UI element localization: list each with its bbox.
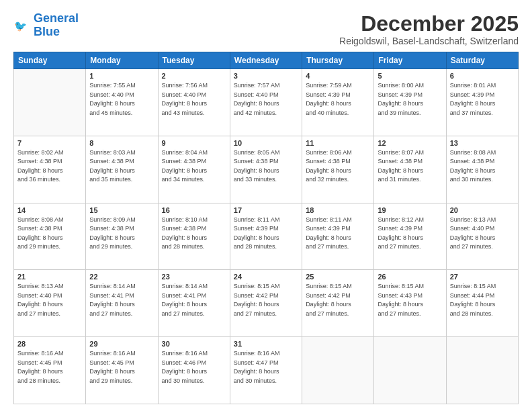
day-number: 19 [378,206,442,214]
svg-text:🐦: 🐦 [14,19,28,32]
day-number: 28 [17,340,82,348]
day-info: Sunrise: 8:00 AMSunset: 4:39 PMDaylight:… [378,81,442,118]
table-row: 3Sunrise: 7:57 AMSunset: 4:40 PMDaylight… [230,69,302,136]
day-info: Sunrise: 8:13 AMSunset: 4:40 PMDaylight:… [450,216,515,252]
day-number: 12 [378,139,442,147]
table-row: 11Sunrise: 8:06 AMSunset: 4:38 PMDayligh… [302,136,374,203]
table-row: 12Sunrise: 8:07 AMSunset: 4:38 PMDayligh… [374,136,446,203]
table-row: 26Sunrise: 8:15 AMSunset: 4:43 PMDayligh… [374,270,446,337]
table-row: 30Sunrise: 8:16 AMSunset: 4:46 PMDayligh… [158,337,230,404]
day-number: 16 [162,206,226,214]
table-row: 21Sunrise: 8:13 AMSunset: 4:40 PMDayligh… [14,270,86,337]
logo-icon: 🐦 [13,16,32,35]
table-row: 24Sunrise: 8:15 AMSunset: 4:42 PMDayligh… [230,270,302,337]
table-row [374,337,446,404]
table-row: 2Sunrise: 7:56 AMSunset: 4:40 PMDaylight… [158,69,230,136]
day-info: Sunrise: 8:16 AMSunset: 4:45 PMDaylight:… [89,349,154,385]
day-number: 1 [89,72,154,80]
day-number: 3 [234,72,298,80]
day-info: Sunrise: 8:09 AMSunset: 4:38 PMDaylight:… [89,216,154,252]
day-number: 4 [306,72,370,80]
day-number: 27 [450,273,515,281]
day-info: Sunrise: 8:15 AMSunset: 4:42 PMDaylight:… [306,282,370,318]
weekday-header-row: Sunday Monday Tuesday Wednesday Thursday… [14,52,519,69]
day-number: 29 [89,340,154,348]
day-number: 31 [234,340,298,348]
day-number: 5 [378,72,442,80]
day-info: Sunrise: 8:14 AMSunset: 4:41 PMDaylight:… [89,282,154,318]
day-number: 25 [306,273,370,281]
table-row: 15Sunrise: 8:09 AMSunset: 4:38 PMDayligh… [86,203,158,270]
day-info: Sunrise: 8:01 AMSunset: 4:39 PMDaylight:… [450,81,515,118]
day-number: 23 [162,273,226,281]
day-number: 18 [306,206,370,214]
header-thursday: Thursday [302,52,374,69]
day-info: Sunrise: 7:55 AMSunset: 4:40 PMDaylight:… [89,81,154,118]
header-monday: Monday [86,52,158,69]
day-info: Sunrise: 8:06 AMSunset: 4:38 PMDaylight:… [306,148,370,185]
day-info: Sunrise: 8:16 AMSunset: 4:45 PMDaylight:… [17,349,82,385]
table-row: 29Sunrise: 8:16 AMSunset: 4:45 PMDayligh… [86,337,158,404]
day-info: Sunrise: 8:12 AMSunset: 4:39 PMDaylight:… [378,216,442,252]
day-number: 21 [17,273,82,281]
header-saturday: Saturday [446,52,518,69]
day-info: Sunrise: 8:04 AMSunset: 4:38 PMDaylight:… [162,148,226,185]
day-number: 17 [234,206,298,214]
day-number: 14 [17,206,82,214]
table-row: 17Sunrise: 8:11 AMSunset: 4:39 PMDayligh… [230,203,302,270]
logo: 🐦 General Blue [13,12,79,39]
day-info: Sunrise: 7:56 AMSunset: 4:40 PMDaylight:… [162,81,226,118]
day-info: Sunrise: 8:11 AMSunset: 4:39 PMDaylight:… [306,216,370,252]
day-info: Sunrise: 8:15 AMSunset: 4:44 PMDaylight:… [450,282,515,318]
table-row: 18Sunrise: 8:11 AMSunset: 4:39 PMDayligh… [302,203,374,270]
day-info: Sunrise: 8:13 AMSunset: 4:40 PMDaylight:… [17,282,82,318]
header-friday: Friday [374,52,446,69]
day-info: Sunrise: 7:59 AMSunset: 4:39 PMDaylight:… [306,81,370,118]
day-info: Sunrise: 8:11 AMSunset: 4:39 PMDaylight:… [234,216,298,252]
table-row [446,337,518,404]
day-info: Sunrise: 8:16 AMSunset: 4:47 PMDaylight:… [234,349,298,385]
day-info: Sunrise: 8:07 AMSunset: 4:38 PMDaylight:… [378,148,442,185]
table-row: 4Sunrise: 7:59 AMSunset: 4:39 PMDaylight… [302,69,374,136]
day-number: 6 [450,72,515,80]
day-number: 26 [378,273,442,281]
day-info: Sunrise: 8:02 AMSunset: 4:38 PMDaylight:… [17,148,82,185]
table-row: 9Sunrise: 8:04 AMSunset: 4:38 PMDaylight… [158,136,230,203]
day-number: 15 [89,206,154,214]
table-row: 19Sunrise: 8:12 AMSunset: 4:39 PMDayligh… [374,203,446,270]
day-number: 2 [162,72,226,80]
table-row: 22Sunrise: 8:14 AMSunset: 4:41 PMDayligh… [86,270,158,337]
header-wednesday: Wednesday [230,52,302,69]
table-row: 20Sunrise: 8:13 AMSunset: 4:40 PMDayligh… [446,203,518,270]
table-row [14,69,86,136]
day-info: Sunrise: 8:15 AMSunset: 4:42 PMDaylight:… [234,282,298,318]
table-row: 31Sunrise: 8:16 AMSunset: 4:47 PMDayligh… [230,337,302,404]
day-number: 9 [162,139,226,147]
day-info: Sunrise: 8:14 AMSunset: 4:41 PMDaylight:… [162,282,226,318]
day-info: Sunrise: 8:05 AMSunset: 4:38 PMDaylight:… [234,148,298,185]
day-number: 22 [89,273,154,281]
table-row [302,337,374,404]
table-row: 5Sunrise: 8:00 AMSunset: 4:39 PMDaylight… [374,69,446,136]
table-row: 8Sunrise: 8:03 AMSunset: 4:38 PMDaylight… [86,136,158,203]
table-row: 25Sunrise: 8:15 AMSunset: 4:42 PMDayligh… [302,270,374,337]
table-row: 7Sunrise: 8:02 AMSunset: 4:38 PMDaylight… [14,136,86,203]
table-row: 27Sunrise: 8:15 AMSunset: 4:44 PMDayligh… [446,270,518,337]
header-tuesday: Tuesday [158,52,230,69]
day-number: 10 [234,139,298,147]
table-row: 1Sunrise: 7:55 AMSunset: 4:40 PMDaylight… [86,69,158,136]
table-row: 6Sunrise: 8:01 AMSunset: 4:39 PMDaylight… [446,69,518,136]
month-title: December 2025 [339,12,519,36]
day-info: Sunrise: 8:16 AMSunset: 4:46 PMDaylight:… [162,349,226,385]
day-number: 24 [234,273,298,281]
day-number: 20 [450,206,515,214]
table-row: 23Sunrise: 8:14 AMSunset: 4:41 PMDayligh… [158,270,230,337]
logo-line1: General [34,12,79,26]
day-info: Sunrise: 8:10 AMSunset: 4:38 PMDaylight:… [162,216,226,252]
table-row: 13Sunrise: 8:08 AMSunset: 4:38 PMDayligh… [446,136,518,203]
page: 🐦 General Blue December 2025 Reigoldswil… [0,0,532,411]
day-info: Sunrise: 8:08 AMSunset: 4:38 PMDaylight:… [17,216,82,252]
day-number: 30 [162,340,226,348]
calendar-table: Sunday Monday Tuesday Wednesday Thursday… [13,52,519,404]
day-number: 13 [450,139,515,147]
